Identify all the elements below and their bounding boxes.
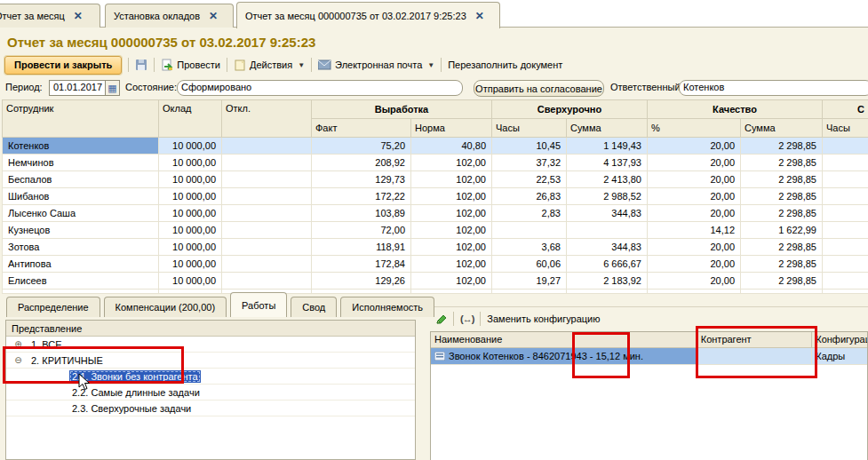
value-cell[interactable]: 10 000,00: [159, 239, 222, 256]
value-cell[interactable]: 20,00: [648, 205, 741, 222]
value-cell[interactable]: 172,22: [312, 188, 411, 205]
col-ot-amount[interactable]: Сумма: [567, 119, 648, 138]
value-cell[interactable]: [222, 239, 312, 256]
value-cell[interactable]: 3,68: [492, 239, 567, 256]
col-deviation[interactable]: Откл.: [222, 100, 312, 138]
employee-cell[interactable]: Лысенко Саша: [3, 205, 159, 222]
table-row[interactable]: Кузнецов10 000,0072,00102,0014,121 622,9…: [3, 222, 868, 239]
value-cell[interactable]: 1 622,99: [741, 222, 823, 239]
col-group-quality[interactable]: Качество: [648, 100, 823, 119]
tab-report-month[interactable]: Отчет за месяц ✕: [0, 4, 100, 28]
tree-item[interactable]: 2.2. Самые длинные задачи: [6, 385, 415, 401]
tab-salary-setup[interactable]: Установка окладов ✕: [105, 4, 234, 28]
employee-cell[interactable]: Немчинов: [3, 155, 159, 171]
value-cell[interactable]: 102,00: [411, 155, 492, 171]
value-cell[interactable]: [222, 273, 312, 289]
col-configuration[interactable]: Конфигурация: [812, 332, 867, 347]
value-cell[interactable]: 40,80: [411, 138, 492, 155]
value-cell[interactable]: [823, 171, 868, 188]
col-group-output[interactable]: Выработка: [312, 100, 492, 119]
table-row[interactable]: Котенков10 000,0075,2040,8010,451 149,43…: [3, 138, 868, 155]
post-and-close-button[interactable]: Провести и закрыть: [4, 56, 122, 75]
col-extra-hours[interactable]: Часы: [823, 119, 868, 138]
value-cell[interactable]: 172,84: [312, 256, 411, 273]
email-menu-button[interactable]: Электронная почта ▼: [318, 59, 434, 70]
value-cell[interactable]: 75,20: [312, 138, 411, 155]
value-cell[interactable]: 2 413,80: [567, 171, 648, 188]
value-cell[interactable]: [222, 155, 312, 171]
value-cell[interactable]: 60,06: [492, 256, 567, 273]
value-cell[interactable]: 6 666,67: [567, 256, 648, 273]
task-configuration-cell[interactable]: Кадры: [812, 348, 867, 365]
value-cell[interactable]: 2 298,85: [741, 239, 823, 256]
tree-item[interactable]: ⊖2. КРИТИЧНЫЕ: [6, 353, 415, 369]
task-row[interactable]: Звонок Котенков - 8462071943 - 15,12 мин…: [431, 348, 867, 365]
col-q-amount[interactable]: Сумма: [741, 119, 823, 138]
tree-item[interactable]: 2.1. Звонки без контрагента: [6, 369, 415, 385]
value-cell[interactable]: 102,00: [411, 273, 492, 289]
tab-report-document[interactable]: Отчет за месяц 000000735 от 03.02.2017 9…: [236, 2, 500, 28]
tab-compensations[interactable]: Компенсации (200,00): [104, 297, 227, 317]
value-cell[interactable]: 2 988,52: [567, 188, 648, 205]
value-cell[interactable]: [222, 171, 312, 188]
table-row[interactable]: Немчинов10 000,00208,92102,0037,324 137,…: [3, 155, 868, 171]
table-row[interactable]: Антипова10 000,00172,84102,0060,066 666,…: [3, 256, 868, 273]
tree-item[interactable]: 2.3. Сверхурочные задачи: [6, 401, 415, 416]
value-cell[interactable]: 102,00: [411, 256, 492, 273]
value-cell[interactable]: [222, 222, 312, 239]
value-cell[interactable]: 10 000,00: [159, 171, 222, 188]
employee-cell[interactable]: Елисеев: [3, 273, 159, 289]
calendar-icon[interactable]: ▦: [106, 80, 120, 96]
col-ot-hours[interactable]: Часы: [492, 119, 567, 138]
value-cell[interactable]: 20,00: [648, 239, 741, 256]
value-cell[interactable]: 10 000,00: [159, 205, 222, 222]
send-approval-button[interactable]: Отправить на согласование: [474, 80, 604, 97]
value-cell[interactable]: 2 298,85: [741, 188, 823, 205]
value-cell[interactable]: 2 183,92: [567, 273, 648, 289]
col-fact[interactable]: Факт: [312, 119, 411, 138]
tab-summary[interactable]: Свод: [291, 297, 337, 317]
post-button[interactable]: Провести: [161, 59, 220, 71]
value-cell[interactable]: 102,00: [411, 239, 492, 256]
value-cell[interactable]: 2,83: [492, 205, 567, 222]
value-cell[interactable]: 4 137,93: [567, 155, 648, 171]
task-counterparty-cell[interactable]: [697, 348, 812, 365]
value-cell[interactable]: [222, 256, 312, 273]
value-cell[interactable]: 37,32: [492, 155, 567, 171]
task-name-cell[interactable]: Звонок Котенков - 8462071943 - 15,12 мин…: [431, 348, 697, 365]
col-salary[interactable]: Оклад: [159, 100, 222, 138]
col-name[interactable]: Наименование: [431, 332, 697, 347]
responsible-input[interactable]: Котенков: [679, 80, 868, 96]
value-cell[interactable]: 344,83: [567, 239, 648, 256]
value-cell[interactable]: 20,00: [648, 256, 741, 273]
col-employee[interactable]: Сотрудник: [3, 100, 159, 138]
employee-cell[interactable]: Беспалов: [3, 171, 159, 188]
value-cell[interactable]: 20,00: [648, 273, 741, 289]
table-row[interactable]: Шибанов10 000,00172,22102,0026,832 988,5…: [3, 188, 868, 205]
close-icon[interactable]: ✕: [209, 11, 218, 21]
value-cell[interactable]: [823, 222, 868, 239]
value-cell[interactable]: [492, 222, 567, 239]
value-cell[interactable]: 103,89: [312, 205, 411, 222]
employee-cell[interactable]: Кузнецов: [3, 222, 159, 239]
collapse-icon[interactable]: ⊖: [13, 355, 23, 365]
value-cell[interactable]: [823, 239, 868, 256]
value-cell[interactable]: 102,00: [411, 188, 492, 205]
value-cell[interactable]: [823, 273, 868, 289]
value-cell[interactable]: [823, 155, 868, 171]
close-icon[interactable]: ✕: [475, 11, 484, 21]
col-group-overtime[interactable]: Сверхурочно: [492, 100, 648, 119]
period-input[interactable]: 01.01.2017: [49, 80, 106, 96]
value-cell[interactable]: 10 000,00: [159, 222, 222, 239]
col-group-cut[interactable]: С: [823, 100, 868, 119]
swap-icon[interactable]: (↔): [460, 313, 474, 324]
tab-executability[interactable]: Исполняемость: [340, 297, 434, 317]
value-cell[interactable]: 10 000,00: [159, 273, 222, 289]
employee-cell[interactable]: Котенков: [3, 138, 159, 155]
value-cell[interactable]: 2 298,85: [741, 138, 823, 155]
table-row[interactable]: Лысенко Саша10 000,00103,89102,002,83344…: [3, 205, 868, 222]
employee-cell[interactable]: Зотова: [3, 239, 159, 256]
value-cell[interactable]: 26,83: [492, 188, 567, 205]
refill-document-button[interactable]: Перезаполнить документ: [448, 59, 562, 70]
value-cell[interactable]: [222, 205, 312, 222]
